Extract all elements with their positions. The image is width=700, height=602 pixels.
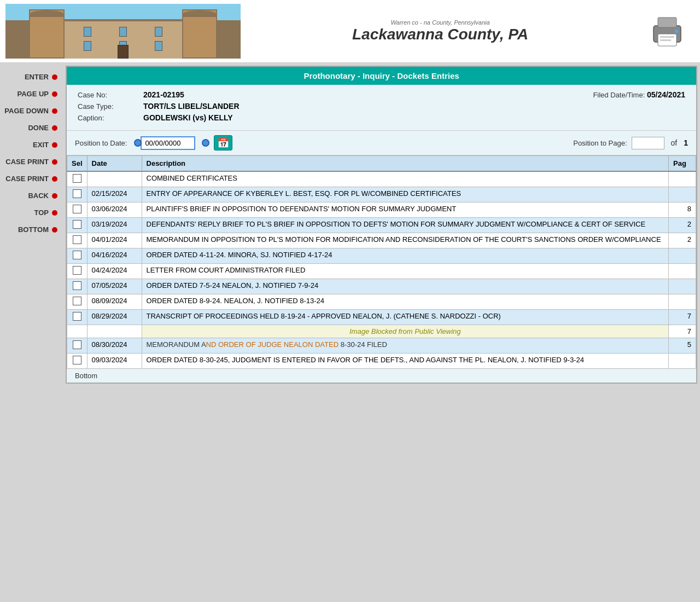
row-page <box>669 248 696 264</box>
total-pages: 1 <box>684 138 688 147</box>
docket-table: Sel Date Description Pag COMBINED CERTIF… <box>67 155 696 369</box>
main-layout: ENTER PAGE UP PAGE DOWN DONE EXIT CASE P… <box>0 63 700 386</box>
sidebar-item-page-down[interactable]: PAGE DOWN <box>3 102 60 119</box>
row-page: 7 <box>669 310 696 325</box>
table-row: 04/24/2024 LETTER FROM COURT ADMINISTRAT… <box>67 264 696 279</box>
row-checkbox[interactable] <box>73 297 81 305</box>
row-date: 08/30/2024 <box>87 338 142 354</box>
filed-date-value: 05/24/2021 <box>647 90 685 99</box>
row-sel[interactable] <box>67 233 88 248</box>
docket-table-container: Sel Date Description Pag COMBINED CERTIF… <box>67 155 696 369</box>
row-sel[interactable] <box>67 202 88 218</box>
row-sel[interactable] <box>67 338 88 354</box>
row-page <box>669 354 696 369</box>
row-date: 02/15/2024 <box>87 187 142 202</box>
back-label: BACK <box>28 192 49 200</box>
cursor-indicator-2 <box>202 139 209 147</box>
row-checkbox[interactable] <box>73 174 81 183</box>
case-info-section: Case No: 2021-02195 Case Type: TORT/LS L… <box>67 85 696 130</box>
sidebar-item-done[interactable]: DONE <box>3 119 60 136</box>
row-desc: DEFENDANTS' REPLY BRIEF TO PL'S BRIEF IN… <box>142 218 668 233</box>
sidebar: ENTER PAGE UP PAGE DOWN DONE EXIT CASE P… <box>0 63 63 386</box>
sidebar-item-case-print-2[interactable]: CASE PRINT <box>3 170 60 187</box>
table-row: 03/06/2024 PLAINTIFF'S BRIEF IN OPPOSITI… <box>67 202 696 218</box>
row-checkbox[interactable] <box>73 251 81 259</box>
case-print-2-dot <box>52 176 57 182</box>
row-date-blocked <box>87 325 142 338</box>
printer-icon <box>648 12 686 50</box>
row-checkbox[interactable] <box>73 281 81 290</box>
back-dot <box>52 193 57 199</box>
row-desc: ENTRY OF APPEARANCE OF KYBERLEY L. BEST,… <box>142 187 668 202</box>
row-desc: TRANSCRIPT OF PROCEEDINGS HELD 8-19-24 -… <box>142 310 668 325</box>
filed-date-label: Filed Date/Time: <box>593 91 645 99</box>
row-sel[interactable] <box>67 248 88 264</box>
sidebar-item-top[interactable]: TOP <box>3 204 60 221</box>
done-label: DONE <box>28 124 49 132</box>
position-page-label: Position to Page: <box>573 139 627 147</box>
row-checkbox[interactable] <box>73 220 81 229</box>
caption-value: GODLEWSKI (vs) KELLY <box>143 113 233 122</box>
page-title: Prothonotary - Inquiry - Dockets Entries <box>67 67 696 85</box>
caption-row: Caption: GODLEWSKI (vs) KELLY <box>78 113 593 122</box>
case-type-value: TORT/LS LIBEL/SLANDER <box>143 102 240 111</box>
header-title-section: Warren co - na County, Pennsylvania Lack… <box>241 19 640 43</box>
sidebar-item-case-print-1[interactable]: CASE PRINT <box>3 153 60 170</box>
row-checkbox[interactable] <box>73 189 81 198</box>
sidebar-item-exit[interactable]: EXIT <box>3 136 60 153</box>
row-date: 03/19/2024 <box>87 218 142 233</box>
table-row: 02/15/2024 ENTRY OF APPEARANCE OF KYBERL… <box>67 187 696 202</box>
sidebar-item-page-up[interactable]: PAGE UP <box>3 85 60 102</box>
row-date <box>87 171 142 187</box>
done-dot <box>52 125 57 131</box>
row-checkbox[interactable] <box>73 356 81 364</box>
position-page-input[interactable] <box>632 137 664 149</box>
row-date: 08/29/2024 <box>87 310 142 325</box>
row-sel[interactable] <box>67 171 88 187</box>
row-sel[interactable] <box>67 294 88 310</box>
sidebar-item-back[interactable]: BACK <box>3 187 60 204</box>
header-subtitle: Warren co - na County, Pennsylvania <box>241 19 640 26</box>
row-desc: MEMORANDUM IN OPPOSITION TO PL'S MOTION … <box>142 233 668 248</box>
exit-label: EXIT <box>33 141 49 149</box>
row-page <box>669 294 696 310</box>
bottom-status-label: Bottom <box>67 369 696 383</box>
row-sel[interactable] <box>67 264 88 279</box>
page-up-dot <box>52 91 57 97</box>
position-date-input[interactable] <box>141 136 195 150</box>
calendar-button[interactable]: 📅 <box>214 135 232 150</box>
row-page <box>669 187 696 202</box>
row-page <box>669 279 696 294</box>
row-page <box>669 171 696 187</box>
case-print-1-dot <box>52 159 57 165</box>
row-page-blocked: 7 <box>669 325 696 338</box>
case-no-label: Case No: <box>78 91 143 99</box>
main-content: Prothonotary - Inquiry - Dockets Entries… <box>66 66 697 384</box>
row-desc: ORDER DATED 8-30-245, JUDGMENT IS ENTERE… <box>142 354 668 369</box>
row-sel[interactable] <box>67 310 88 325</box>
row-checkbox[interactable] <box>73 340 81 349</box>
table-row: 08/09/2024 ORDER DATED 8-9-24. NEALON, J… <box>67 294 696 310</box>
row-checkbox[interactable] <box>73 205 81 213</box>
case-print-1-label: CASE PRINT <box>5 158 49 166</box>
sidebar-item-enter[interactable]: ENTER <box>3 68 60 85</box>
row-sel[interactable] <box>67 218 88 233</box>
sidebar-item-bottom[interactable]: BOTTOM <box>3 221 60 238</box>
row-checkbox[interactable] <box>73 312 81 321</box>
row-checkbox[interactable] <box>73 266 81 275</box>
exit-dot <box>52 142 57 148</box>
row-sel[interactable] <box>67 187 88 202</box>
row-checkbox[interactable] <box>73 235 81 244</box>
row-page: 5 <box>669 338 696 354</box>
row-sel[interactable] <box>67 354 88 369</box>
header: Warren co - na County, Pennsylvania Lack… <box>0 0 700 63</box>
of-text: of <box>671 138 678 147</box>
caption-label: Caption: <box>78 114 143 122</box>
svg-point-5 <box>675 30 678 33</box>
svg-rect-4 <box>660 39 671 41</box>
svg-rect-1 <box>658 18 676 27</box>
case-info-top: Case No: 2021-02195 Case Type: TORT/LS L… <box>78 90 685 125</box>
row-sel[interactable] <box>67 279 88 294</box>
row-desc: MEMORANDUM AND ORDER OF JUDGE NEALON DAT… <box>142 338 668 354</box>
row-desc: PLAINTIFF'S BRIEF IN OPPOSITION TO DEFEN… <box>142 202 668 218</box>
